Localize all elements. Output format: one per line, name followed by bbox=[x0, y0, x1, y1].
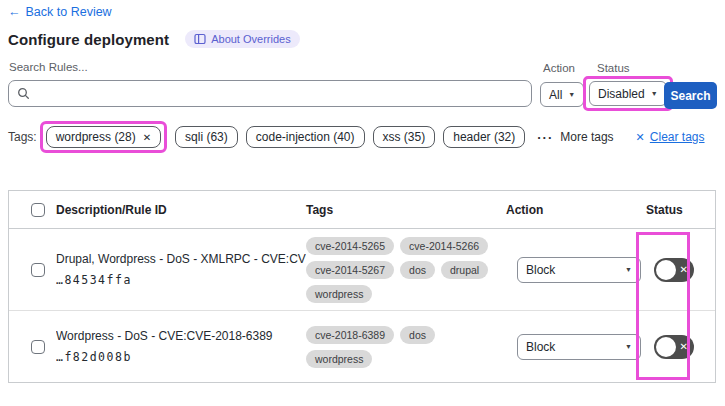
rule-tags-cell: cve-2018-6389 dos wordpress bbox=[306, 326, 506, 368]
rule-tag: dos bbox=[400, 326, 435, 344]
action-filter-value: All bbox=[549, 88, 562, 102]
status-filter-value: Disabled bbox=[598, 87, 645, 101]
tags-filter-bar: Tags: wordpress (28) ✕ sqli (63) code-in… bbox=[8, 121, 718, 153]
rule-description-cell: Drupal, Wordpress - DoS - XMLRPC - CVE:C… bbox=[56, 252, 306, 287]
chevron-down-icon: ▼ bbox=[651, 90, 658, 97]
table-header-row: Description/Rule ID Tags Action Status bbox=[9, 191, 715, 229]
rule-status-cell: ✕ bbox=[646, 335, 715, 359]
chevron-down-icon: ▼ bbox=[625, 343, 632, 350]
rule-tag: wordpress bbox=[306, 285, 372, 303]
toggle-knob bbox=[656, 260, 676, 280]
tag-chip-header[interactable]: header (32) bbox=[443, 126, 525, 148]
back-arrow-icon: ← bbox=[8, 5, 21, 19]
status-toggle[interactable]: ✕ bbox=[654, 335, 694, 359]
ellipsis-icon: ··· bbox=[537, 130, 553, 145]
rule-description-cell: Wordpress - DoS - CVE:CVE-2018-6389 …f82… bbox=[56, 329, 306, 364]
chevron-down-icon: ▼ bbox=[625, 266, 632, 273]
rule-tag: cve-2014-5266 bbox=[400, 237, 488, 255]
selected-tag-highlight-box: wordpress (28) ✕ bbox=[40, 121, 167, 153]
rule-description: Wordpress - DoS - CVE:CVE-2018-6389 bbox=[56, 329, 306, 343]
action-select-value: Block bbox=[526, 340, 555, 354]
rule-description: Drupal, Wordpress - DoS - XMLRPC - CVE:C… bbox=[56, 252, 306, 266]
toggle-knob bbox=[656, 337, 676, 357]
page-title: Configure deployment bbox=[8, 31, 169, 48]
search-rules-input[interactable] bbox=[36, 87, 523, 101]
rule-tags-cell: cve-2014-5265 cve-2014-5266 cve-2014-526… bbox=[306, 237, 506, 303]
search-button[interactable]: Search bbox=[664, 82, 717, 109]
action-select-value: Block bbox=[526, 263, 555, 277]
book-panel-icon bbox=[194, 33, 206, 45]
search-rules-label: Search Rules... bbox=[9, 61, 88, 73]
tag-chip-code-injection[interactable]: code-injection (40) bbox=[246, 126, 365, 148]
tag-chip-label: header (32) bbox=[453, 130, 515, 144]
rules-table: Description/Rule ID Tags Action Status D… bbox=[8, 190, 716, 383]
action-select[interactable]: Block ▼ bbox=[517, 334, 641, 360]
toggle-x-icon: ✕ bbox=[680, 265, 688, 275]
rule-action-cell: Block ▼ bbox=[506, 334, 646, 360]
column-header-description: Description/Rule ID bbox=[56, 203, 306, 217]
rule-action-cell: Block ▼ bbox=[506, 257, 646, 283]
search-icon bbox=[17, 87, 30, 100]
rule-tag: drupal bbox=[441, 261, 488, 279]
search-input-container bbox=[8, 80, 532, 107]
clear-x-icon: ✕ bbox=[636, 131, 645, 144]
back-link-label: Back to Review bbox=[26, 5, 112, 19]
column-header-tags: Tags bbox=[306, 203, 506, 217]
tag-chip-label: code-injection (40) bbox=[256, 130, 355, 144]
status-filter-select[interactable]: Disabled ▼ bbox=[589, 81, 667, 106]
status-filter-label: Status bbox=[597, 62, 630, 74]
row-checkbox[interactable] bbox=[31, 263, 45, 277]
rule-status-cell: ✕ bbox=[646, 258, 715, 282]
rule-tag: cve-2014-5265 bbox=[306, 237, 394, 255]
row-checkbox[interactable] bbox=[31, 340, 45, 354]
clear-tags-link[interactable]: ✕ Clear tags bbox=[636, 130, 705, 144]
page-header: Configure deployment About Overrides bbox=[8, 30, 300, 48]
tag-chip-label: wordpress (28) bbox=[56, 130, 136, 144]
more-tags-label: More tags bbox=[560, 130, 613, 144]
rule-tag: dos bbox=[400, 261, 435, 279]
tag-chip-label: xss (35) bbox=[383, 130, 426, 144]
about-overrides-badge[interactable]: About Overrides bbox=[185, 30, 299, 48]
clear-tags-label: Clear tags bbox=[650, 130, 705, 144]
rule-tag: cve-2014-5267 bbox=[306, 261, 394, 279]
rule-id: …84534ffa bbox=[56, 273, 306, 287]
rule-tag: cve-2018-6389 bbox=[306, 326, 394, 344]
table-row: Drupal, Wordpress - DoS - XMLRPC - CVE:C… bbox=[9, 229, 715, 311]
rule-tag: wordpress bbox=[306, 350, 372, 368]
rule-id: …f82d008b bbox=[56, 350, 306, 364]
tag-chip-wordpress[interactable]: wordpress (28) ✕ bbox=[46, 126, 161, 148]
action-filter-label: Action bbox=[543, 62, 575, 74]
action-select[interactable]: Block ▼ bbox=[517, 257, 641, 283]
toggle-x-icon: ✕ bbox=[680, 342, 688, 352]
status-filter-highlight-box: Disabled ▼ bbox=[583, 76, 673, 111]
tag-chip-sqli[interactable]: sqli (63) bbox=[175, 126, 238, 148]
remove-tag-icon[interactable]: ✕ bbox=[143, 132, 151, 143]
status-toggle[interactable]: ✕ bbox=[654, 258, 694, 282]
about-overrides-label: About Overrides bbox=[211, 33, 290, 45]
back-to-review-link[interactable]: ← Back to Review bbox=[8, 5, 112, 19]
select-all-checkbox[interactable] bbox=[31, 203, 45, 217]
configure-deployment-page: ← Back to Review Configure deployment Ab… bbox=[0, 0, 725, 406]
action-filter-select[interactable]: All ▼ bbox=[540, 82, 584, 107]
tag-chip-xss[interactable]: xss (35) bbox=[373, 126, 436, 148]
tags-bar-label: Tags: bbox=[8, 130, 37, 144]
table-row: Wordpress - DoS - CVE:CVE-2018-6389 …f82… bbox=[9, 311, 715, 382]
chevron-down-icon: ▼ bbox=[568, 91, 575, 98]
more-tags-button[interactable]: ··· More tags bbox=[537, 130, 613, 145]
tag-chip-label: sqli (63) bbox=[185, 130, 228, 144]
column-header-action: Action bbox=[506, 203, 646, 217]
column-header-status: Status bbox=[646, 203, 715, 217]
